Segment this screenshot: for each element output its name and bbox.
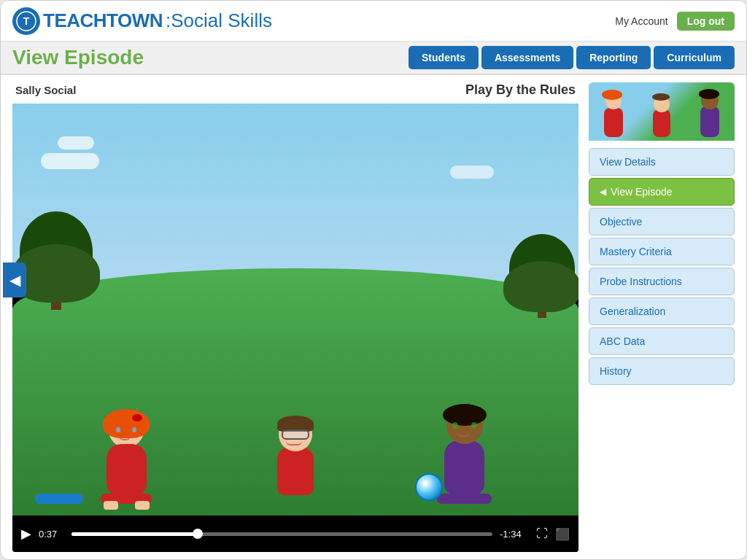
thumbnail-scene bbox=[589, 82, 735, 141]
objective-label: Objective bbox=[600, 216, 642, 228]
back-arrow-button[interactable]: ◀ bbox=[3, 262, 26, 298]
char3-body bbox=[444, 440, 484, 495]
tab-students[interactable]: Students bbox=[409, 46, 479, 69]
video-container[interactable]: ▶ 0:37 -1:34 ⛶ ⬛ bbox=[12, 104, 578, 552]
my-account-link[interactable]: My Account bbox=[615, 15, 667, 27]
video-scene bbox=[12, 104, 578, 516]
character-2 bbox=[277, 418, 314, 495]
episode-header: Sally Social Play By the Rules bbox=[12, 82, 578, 98]
sidebar-menu: View Details ◀ View Episode Objective Ma… bbox=[589, 148, 735, 385]
video-controls: ▶ 0:37 -1:34 ⛶ ⬛ bbox=[12, 516, 578, 552]
tab-assessments[interactable]: Assessments bbox=[481, 46, 573, 69]
play-button[interactable]: ▶ bbox=[21, 526, 31, 542]
cloud-2 bbox=[58, 136, 94, 149]
page-title: View Episode bbox=[12, 46, 409, 69]
nav-tabs: Students Assessments Reporting Curriculu… bbox=[409, 46, 735, 69]
char1-head bbox=[109, 413, 144, 448]
progress-bar[interactable] bbox=[71, 532, 492, 536]
airplay-icon[interactable]: ⬛ bbox=[555, 527, 570, 541]
app-wrapper: T TEACHTOWN :Social Skills My Account Lo… bbox=[0, 0, 747, 560]
student-name: Sally Social bbox=[15, 84, 76, 96]
logout-button[interactable]: Log out bbox=[677, 12, 735, 31]
right-panel: View Details ◀ View Episode Objective Ma… bbox=[589, 82, 735, 552]
logo-icon: T bbox=[12, 7, 40, 35]
logo-area: T TEACHTOWN :Social Skills bbox=[12, 7, 272, 35]
character-1 bbox=[107, 413, 147, 495]
main-content: Sally Social Play By the Rules bbox=[1, 75, 746, 559]
left-panel: Sally Social Play By the Rules bbox=[12, 82, 578, 552]
ball bbox=[415, 473, 443, 501]
char3-head bbox=[446, 408, 483, 444]
sidebar-item-history[interactable]: History bbox=[589, 357, 735, 385]
character-3 bbox=[444, 408, 484, 495]
episode-title: Play By the Rules bbox=[465, 82, 576, 98]
cloud-1 bbox=[41, 153, 99, 169]
cloud-3 bbox=[450, 166, 494, 179]
char3-hair bbox=[443, 404, 487, 426]
time-current: 0:37 bbox=[39, 529, 64, 540]
logo-subtitle: :Social Skills bbox=[166, 9, 272, 32]
history-label: History bbox=[600, 365, 632, 377]
top-bar: T TEACHTOWN :Social Skills My Account Lo… bbox=[1, 1, 746, 42]
svg-text:T: T bbox=[23, 15, 30, 27]
logo-text: TEACHTOWN bbox=[43, 9, 163, 32]
abc-data-label: ABC Data bbox=[600, 335, 645, 347]
view-details-label: View Details bbox=[600, 156, 656, 168]
tree-right bbox=[506, 234, 578, 318]
tab-curriculum[interactable]: Curriculum bbox=[654, 46, 735, 69]
generalization-label: Generalization bbox=[600, 306, 665, 317]
probe-instructions-label: Probe Instructions bbox=[600, 276, 682, 287]
view-episode-label: View Episode bbox=[611, 186, 673, 198]
chevron-icon: ◀ bbox=[600, 187, 606, 197]
mastery-criteria-label: Mastery Criteria bbox=[600, 246, 672, 257]
sidebar-item-probe-instructions[interactable]: Probe Instructions bbox=[589, 268, 735, 295]
char1-hair bbox=[103, 409, 150, 438]
sidebar-item-objective[interactable]: Objective bbox=[589, 208, 735, 236]
tab-reporting[interactable]: Reporting bbox=[576, 46, 651, 69]
nav-bar: View Episode Students Assessments Report… bbox=[1, 42, 746, 75]
sidebar-item-abc-data[interactable]: ABC Data bbox=[589, 327, 735, 355]
char2-head bbox=[279, 418, 312, 451]
char2-body bbox=[277, 448, 314, 495]
sidebar-item-view-details[interactable]: View Details bbox=[589, 148, 735, 176]
episode-thumbnail bbox=[589, 82, 735, 141]
fullscreen-icon[interactable]: ⛶ bbox=[536, 527, 548, 540]
sidebar-item-mastery-criteria[interactable]: Mastery Criteria bbox=[589, 238, 735, 265]
sidebar-item-generalization[interactable]: Generalization bbox=[589, 298, 735, 325]
top-right-area: My Account Log out bbox=[615, 12, 735, 31]
char1-body bbox=[107, 444, 147, 495]
progress-thumb bbox=[193, 529, 203, 539]
characters-group bbox=[41, 408, 550, 495]
sidebar-item-view-episode[interactable]: ◀ View Episode bbox=[589, 178, 735, 206]
progress-fill bbox=[71, 532, 198, 536]
time-remaining: -1:34 bbox=[500, 529, 529, 540]
